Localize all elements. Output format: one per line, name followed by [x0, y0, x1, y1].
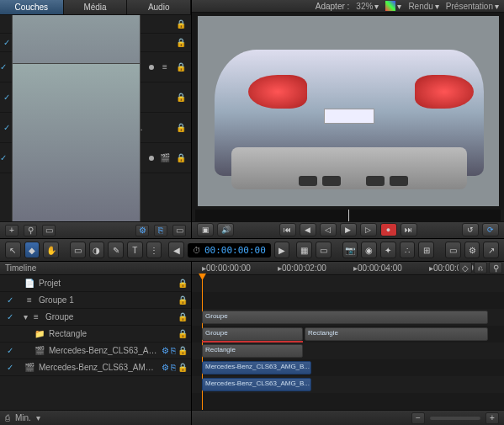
- add-button[interactable]: +: [5, 225, 19, 236]
- timeline-row-name[interactable]: Rectangle: [49, 329, 176, 338]
- filter-button[interactable]: ▭: [42, 225, 56, 236]
- hud-button[interactable]: ▦: [296, 242, 312, 258]
- refresh-button[interactable]: ⟳: [482, 223, 499, 236]
- enable-dot[interactable]: [149, 65, 154, 70]
- timeline-row[interactable]: 📁Rectangle🔒: [0, 326, 191, 343]
- play-backward-button[interactable]: ◁: [320, 223, 337, 236]
- mode-chevron-icon[interactable]: ▾: [36, 413, 40, 422]
- tab-media[interactable]: Média: [64, 0, 128, 14]
- go-start-button[interactable]: ⏮: [279, 223, 296, 236]
- timeline-row[interactable]: ✓🎬Mercedes-Benz_CLS63_AMG_Beautiful...⚙⎘…: [0, 359, 191, 376]
- lock-icon[interactable]: 🔒: [178, 329, 188, 338]
- render-menu[interactable]: Rendu ▾: [408, 2, 438, 11]
- rect-tool[interactable]: ▭: [70, 242, 86, 258]
- lock-icon[interactable]: 🔒: [178, 346, 188, 355]
- visibility-checkbox[interactable]: ✓: [3, 295, 17, 305]
- search-button[interactable]: ⚲: [24, 225, 37, 236]
- visibility-checkbox[interactable]: ✓: [3, 363, 17, 372]
- zoom-in-button[interactable]: +: [485, 412, 499, 424]
- group-button[interactable]: ▭: [172, 225, 186, 236]
- next-frame-button[interactable]: ▷: [360, 223, 377, 236]
- transform-tool[interactable]: ◆: [24, 242, 40, 258]
- tab-layers[interactable]: Couches: [0, 0, 64, 14]
- record-button[interactable]: ●: [380, 223, 397, 236]
- timeline-row[interactable]: ✓▾≡Groupe🔒: [0, 309, 191, 326]
- shape-tool[interactable]: ⋮: [146, 242, 162, 258]
- tc-prev[interactable]: ◀: [168, 242, 184, 258]
- color-swatch[interactable]: ▾: [385, 1, 401, 11]
- timeline-row[interactable]: ✓🎬Mercedes-Benz_CLS63_AMG_...⚙⎘🔒: [0, 343, 191, 359]
- volume-icon[interactable]: 🔊: [217, 223, 234, 236]
- link-icon[interactable]: ⎘: [171, 346, 176, 355]
- link-icon[interactable]: ⎘: [171, 363, 176, 372]
- mode-icon[interactable]: ⎙: [5, 413, 10, 422]
- timeline-row[interactable]: 📄Projet🔒: [0, 275, 191, 292]
- lock-icon[interactable]: 🔒: [178, 295, 188, 305]
- timeline-clip[interactable]: Groupe: [202, 327, 303, 341]
- mask-tool[interactable]: ◑: [89, 242, 105, 258]
- visibility-checkbox[interactable]: ✓: [3, 312, 17, 321]
- gear-button[interactable]: ⚙: [135, 225, 149, 236]
- timeline-clip[interactable]: Groupe: [202, 311, 488, 324]
- lock-icon[interactable]: 🔒: [176, 93, 186, 102]
- lock-icon[interactable]: 🔒: [176, 123, 186, 132]
- filter-add-button[interactable]: ▭: [445, 242, 461, 258]
- canvas[interactable]: [192, 13, 504, 210]
- select-tool[interactable]: ↖: [5, 242, 21, 258]
- gear-icon[interactable]: ⚙: [162, 363, 169, 372]
- light-button[interactable]: ◉: [361, 242, 377, 258]
- lock-icon[interactable]: 🔒: [176, 38, 186, 47]
- disclosure-icon[interactable]: ▾: [24, 312, 28, 321]
- view-menu[interactable]: Présentation ▾: [446, 2, 499, 11]
- timeline-clip[interactable]: Mercedes-Benz_CLS63_AMG_B...: [202, 361, 311, 375]
- zoom-out-button[interactable]: −: [411, 412, 425, 424]
- lock-icon[interactable]: 🔒: [178, 363, 188, 372]
- lock-icon[interactable]: 🔒: [178, 312, 188, 321]
- timeline-row[interactable]: ✓≡Groupe 1🔒: [0, 292, 191, 309]
- generator-button[interactable]: ✦: [380, 242, 396, 258]
- timeline-clip[interactable]: Mercedes-Benz_CLS63_AMG_B...: [202, 378, 311, 391]
- zoom-slider[interactable]: [430, 417, 480, 420]
- lock-icon[interactable]: 🔒: [176, 19, 186, 29]
- text-tool[interactable]: T: [127, 242, 143, 258]
- go-end-button[interactable]: ⏭: [401, 223, 417, 236]
- lock-icon[interactable]: 🔒: [176, 153, 186, 162]
- time-ruler[interactable]: ▸00:00:00:00▸00:00:02:00▸00:00:04:00▸00:…: [192, 262, 504, 275]
- visibility-checkbox[interactable]: ✓: [0, 62, 7, 72]
- snap-button[interactable]: ⎌: [474, 262, 487, 274]
- timecode-display[interactable]: ⏱ 00:00:00:00: [188, 243, 271, 258]
- pan-tool[interactable]: ✋: [43, 242, 59, 258]
- pen-tool[interactable]: ✎: [108, 242, 124, 258]
- tc-next[interactable]: ▶: [274, 242, 290, 258]
- tab-audio[interactable]: Audio: [127, 0, 191, 14]
- timeline-row-name[interactable]: Mercedes-Benz_CLS63_AMG_Beautiful...: [39, 363, 160, 372]
- enable-dot[interactable]: [149, 156, 154, 161]
- timeline-row-name[interactable]: Groupe 1: [39, 295, 176, 305]
- gear-icon[interactable]: ⚙: [162, 346, 169, 355]
- loop-button[interactable]: ↺: [462, 223, 479, 236]
- mode-label[interactable]: Min.: [15, 413, 31, 422]
- camera-button[interactable]: 📷: [342, 242, 358, 258]
- zoom-menu[interactable]: 32% ▾: [356, 2, 379, 11]
- behavior-button[interactable]: ⚙: [464, 242, 480, 258]
- layer-row[interactable]: ✓🎬Mercedes-Benz_CL...🔒: [0, 143, 191, 173]
- replicator-button[interactable]: ⊞: [418, 242, 434, 258]
- share-button[interactable]: ↗: [483, 242, 499, 258]
- timeline-row-name[interactable]: Groupe: [45, 312, 176, 321]
- lock-icon[interactable]: 🔒: [178, 279, 188, 288]
- tl-search-button[interactable]: ⚲: [489, 262, 502, 274]
- visibility-checkbox[interactable]: ✓: [3, 346, 17, 355]
- library-button[interactable]: ▭: [316, 242, 332, 258]
- prev-frame-button[interactable]: ◀: [300, 223, 316, 236]
- particle-button[interactable]: ∴: [400, 242, 416, 258]
- keyframe-button[interactable]: ◇: [459, 262, 472, 274]
- lock-icon[interactable]: 🔒: [176, 62, 186, 72]
- tracks-area[interactable]: GroupeGroupeRectangleRectangleMercedes-B…: [192, 275, 504, 410]
- timeline-clip[interactable]: Rectangle: [305, 327, 488, 341]
- visibility-checkbox[interactable]: ✓: [0, 153, 7, 162]
- timeline-clip[interactable]: Rectangle: [202, 344, 303, 358]
- play-button[interactable]: ▶: [340, 223, 357, 236]
- timeline-row-name[interactable]: Projet: [39, 279, 176, 288]
- mini-timeline[interactable]: [195, 210, 501, 220]
- camera-icon[interactable]: ▣: [197, 223, 214, 236]
